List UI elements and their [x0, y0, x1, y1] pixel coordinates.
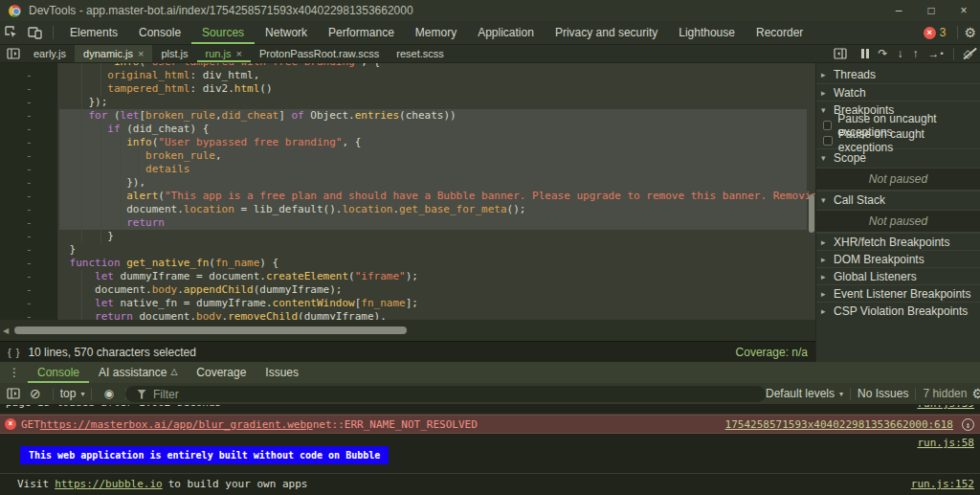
code-line-text: } [63, 230, 114, 243]
sidebar-section-threads[interactable]: ▸Threads [816, 66, 980, 83]
tab-application[interactable]: Application [467, 21, 545, 44]
ai-spark-icon: △ [170, 367, 177, 376]
window-maximize-button[interactable]: □ [915, 4, 947, 17]
step-into-icon[interactable]: ↓ [898, 47, 903, 60]
window-close-button[interactable]: × [947, 4, 980, 17]
file-tab-dynamic-js[interactable]: dynamic.js× [75, 45, 152, 62]
sidebar-section-event-listener-breakpoints[interactable]: ▸Event Listener Breakpoints [816, 284, 980, 302]
source-link[interactable]: run.js:39 [917, 405, 974, 410]
sidebar-section-call-stack[interactable]: ▾Call Stack [816, 191, 980, 208]
tab-console[interactable]: Console [128, 21, 191, 44]
checkbox[interactable] [823, 136, 833, 146]
sidebar-section-csp-violation-breakpoints[interactable]: ▸CSP Violation Breakpoints [816, 302, 980, 319]
drawer-tab-coverage[interactable]: Coverage [187, 362, 256, 383]
step-over-icon[interactable]: ↷ [879, 47, 888, 60]
sidebar-section-dom-breakpoints[interactable]: ▸DOM Breakpoints [816, 250, 980, 267]
source-link[interactable]: run.js:152 [911, 478, 974, 490]
tab-network[interactable]: Network [255, 21, 318, 44]
code-token: entries [355, 109, 399, 123]
drawer-tab-issues[interactable]: Issues [256, 362, 308, 383]
code-line: -for (let[broken_rule,did_cheat] of Obje… [0, 109, 815, 123]
error-url-link[interactable]: https://masterbox.ai/app/blur_gradient.w… [40, 418, 313, 431]
settings-gear-icon[interactable]: ⚙ [964, 25, 976, 40]
code-line: -let native_fn = dummyIframe.contentWind… [0, 297, 815, 310]
file-tab-run-js[interactable]: run.js× [197, 45, 251, 62]
file-tab-reset-scss[interactable]: reset.scss [388, 45, 453, 62]
error-icon: × [5, 418, 16, 430]
editor-vertical-scrollbar[interactable] [809, 194, 814, 233]
code-token: body [152, 283, 178, 297]
error-badge[interactable]: × 3 [924, 26, 947, 39]
code-line-text: }); [63, 96, 107, 109]
sidebar-section-global-listeners[interactable]: ▸Global Listeners [816, 267, 980, 284]
editor-horizontal-scrollbar[interactable]: ◀ [0, 320, 815, 341]
pretty-print-icon[interactable]: { } [8, 347, 20, 358]
file-tab-plst-js[interactable]: plst.js [152, 45, 196, 62]
breakpoint-option[interactable]: Pause on caught exceptions [816, 133, 980, 148]
drawer-menu-icon[interactable]: ⋮ [9, 366, 20, 379]
code-token: createElement [266, 270, 348, 283]
chevron-collapsed-icon: ▸ [821, 289, 834, 299]
bubble-banner-message: This web application is entirely built w… [20, 446, 389, 464]
code-token: native_fn = dummyIframe. [114, 297, 273, 310]
log-levels-dropdown[interactable]: Default levels ▾ [766, 387, 843, 400]
console-sidebar-toggle-icon[interactable] [7, 388, 20, 399]
checkbox[interactable] [823, 121, 832, 130]
code-token: ]; [406, 297, 418, 310]
gutter-dash: - [26, 270, 33, 283]
file-tab-ProtonPassRoot-raw-scss[interactable]: ProtonPassRoot.raw.scss [251, 45, 388, 62]
live-expression-eye-icon[interactable]: ◉ [103, 387, 113, 400]
device-toolbar-icon[interactable] [28, 27, 42, 39]
step-out-icon[interactable]: ↑ [913, 47, 919, 60]
drawer-tab-console[interactable]: Console [28, 362, 89, 383]
code-token: appendChild [184, 283, 254, 297]
tab-performance[interactable]: Performance [318, 21, 405, 44]
code-token: document. [126, 203, 184, 216]
console-filter-input[interactable]: Filter [125, 386, 766, 402]
tab-elements[interactable]: Elements [59, 21, 128, 44]
tab-recorder[interactable]: Recorder [746, 21, 813, 44]
source-link[interactable]: run.js:58 [917, 437, 974, 449]
tab-privacy-and-security[interactable]: Privacy and security [545, 21, 668, 44]
code-token: () [259, 82, 272, 96]
context-selector[interactable]: top ▾ [60, 387, 85, 400]
file-tab-early-js[interactable]: early.js [25, 45, 75, 62]
code-token: of [291, 109, 303, 123]
deactivate-breakpoints-icon[interactable]: ◇ [964, 47, 972, 60]
pause-script-icon[interactable] [861, 49, 869, 58]
navigator-toggle-icon[interactable] [7, 48, 20, 59]
sidebar-section-label: Threads [834, 68, 876, 81]
hidden-messages-count[interactable]: 7 hidden [923, 387, 967, 400]
window-minimize-button[interactable]: – [882, 4, 915, 17]
gutter-dash: - [26, 190, 33, 203]
not-paused-message: Not paused [816, 168, 980, 191]
drawer-tab-ai-assistance[interactable]: AI assistance△ [89, 362, 187, 383]
console-settings-gear-icon[interactable]: ⚙ [971, 386, 980, 401]
request-initiator-icon[interactable]: ↕ [962, 418, 974, 431]
toolbar-divider [53, 26, 54, 39]
clear-console-icon[interactable]: ⊘ [30, 386, 41, 401]
tab-lighthouse[interactable]: Lighthouse [668, 21, 746, 44]
tab-sources[interactable]: Sources [191, 21, 255, 44]
code-token: original_html [107, 69, 189, 82]
code-token: , [215, 149, 222, 163]
scroll-left-icon[interactable]: ◀ [0, 326, 11, 335]
close-tab-icon[interactable]: × [138, 48, 144, 59]
sidebar-section-watch[interactable]: ▸Watch [816, 83, 980, 101]
issues-counter[interactable]: No Issues [858, 387, 908, 400]
devtools-tabbar: ElementsConsoleSourcesNetworkPerformance… [0, 21, 980, 45]
sidebar-section-xhr-fetch-breakpoints[interactable]: ▸XHR/fetch Breakpoints [816, 233, 980, 250]
code-token: contentWindow [273, 297, 355, 310]
tab-memory[interactable]: Memory [405, 21, 467, 44]
debugger-panel-toggle-icon[interactable] [834, 48, 847, 59]
code-lines: -info("User tampered with free branding"… [0, 63, 815, 320]
close-tab-icon[interactable]: × [235, 48, 241, 59]
horizontal-scrollbar-thumb[interactable] [14, 326, 407, 334]
code-editor[interactable]: -info("User tampered with free branding"… [0, 63, 815, 320]
step-icon[interactable]: → [928, 47, 944, 60]
code-line-text: function get_native_fn(fn_name) { [63, 257, 278, 270]
bubble-io-link[interactable]: https://bubble.io [55, 478, 163, 490]
source-link[interactable]: 1754258571593x404022981353662000:618 [725, 418, 953, 431]
code-token: ] [278, 109, 291, 123]
inspect-element-icon[interactable] [5, 26, 18, 39]
